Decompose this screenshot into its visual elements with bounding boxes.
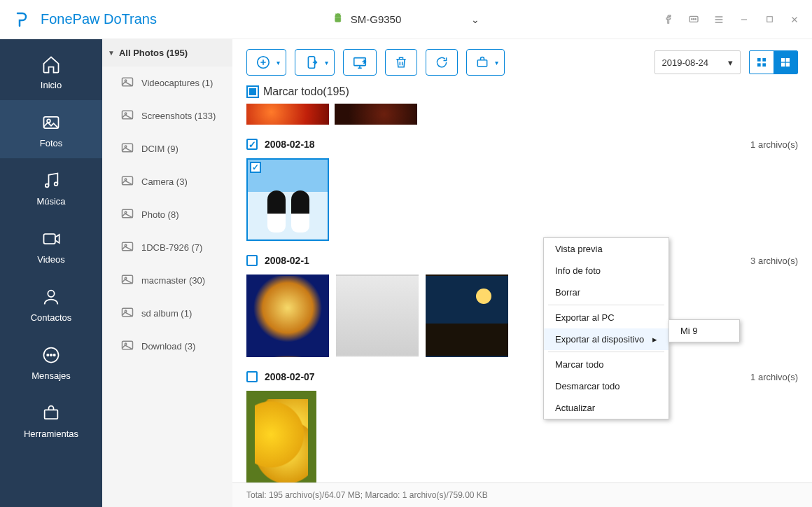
photo-thumb[interactable]: [246, 275, 329, 357]
picture-icon: [120, 141, 134, 157]
thumb-checkbox[interactable]: [250, 162, 261, 173]
grid-small-button[interactable]: [750, 51, 774, 74]
chevron-down-icon: ▾: [276, 59, 280, 67]
view-toggle: [749, 50, 798, 74]
group-count: 3 archivo(s): [750, 256, 798, 266]
menu-item-export-pc[interactable]: Exportar al PC: [544, 307, 668, 328]
menu-item-preview[interactable]: Vista previa: [544, 238, 668, 260]
group-checkbox[interactable]: [246, 371, 258, 382]
chevron-down-icon: ⌄: [471, 14, 479, 25]
picture-icon: [120, 305, 134, 321]
sidebar-item-contactos[interactable]: Contactos: [0, 275, 102, 333]
album-row[interactable]: sd album (1): [102, 297, 232, 330]
album-label: Camera (3): [141, 176, 188, 187]
svg-rect-45: [786, 63, 790, 67]
menu-item-export-device[interactable]: Exportar al dispositivo▸: [544, 328, 668, 350]
toolbar: ▾ ▾ ▾ 2019-08-24▾: [232, 39, 812, 85]
sidebar-item-videos[interactable]: Videos: [0, 216, 102, 275]
svg-rect-37: [477, 60, 486, 67]
minimize-button[interactable]: [738, 13, 750, 26]
menu-icon[interactable]: [713, 13, 725, 26]
svg-rect-44: [781, 63, 785, 67]
album-row[interactable]: Download (3): [102, 330, 232, 363]
photo-thumb[interactable]: [246, 391, 316, 482]
menu-item-unmark-all[interactable]: Desmarcar todo: [544, 375, 668, 397]
photo-thumb[interactable]: [426, 275, 508, 357]
album-label: 1DCB-7926 (7): [141, 242, 202, 253]
picture-icon: [120, 75, 134, 91]
album-row[interactable]: Photo (8): [102, 198, 232, 231]
grid-large-button[interactable]: [774, 51, 797, 74]
menu-separator: [548, 352, 664, 352]
mark-all-row[interactable]: Marcar todo(195): [246, 85, 798, 98]
sidebar-item-musica[interactable]: Música: [0, 158, 102, 216]
group-checkbox[interactable]: [246, 139, 258, 150]
album-row[interactable]: Camera (3): [102, 165, 232, 198]
facebook-icon[interactable]: [662, 13, 675, 26]
mark-all-label: Marcar todo(195): [263, 85, 349, 98]
albums-header-label: All Photos (195): [119, 48, 188, 58]
album-label: sd album (1): [141, 308, 192, 319]
photo-scroll[interactable]: Marcar todo(195) 2008-02-18 1 archivo(s): [232, 85, 812, 482]
preview-thumb[interactable]: [335, 104, 417, 125]
mark-all-checkbox[interactable]: [246, 85, 259, 98]
export-pc-button[interactable]: [343, 49, 377, 76]
device-selector[interactable]: SM-G9350 ⌄: [323, 8, 490, 30]
refresh-button[interactable]: [426, 49, 458, 76]
statusbar: Total: 195 archivo(s)/64.07 MB; Marcado:…: [232, 482, 812, 507]
menu-item-info[interactable]: Info de foto: [544, 260, 668, 282]
preview-thumb[interactable]: [246, 104, 329, 125]
svg-rect-15: [45, 410, 58, 419]
svg-point-7: [46, 184, 49, 188]
sidebar-item-herramientas[interactable]: Herramientas: [0, 391, 102, 449]
menu-item-refresh[interactable]: Actualizar: [544, 397, 668, 419]
photo-thumb[interactable]: [246, 158, 329, 241]
photo-thumb[interactable]: [336, 275, 419, 357]
menu-item-delete[interactable]: Borrar: [544, 282, 668, 303]
sidebar-label: Herramientas: [24, 429, 78, 439]
picture-icon: [120, 272, 134, 289]
add-button[interactable]: ▾: [246, 49, 286, 76]
group-date: 2008-02-18: [265, 139, 315, 150]
svg-rect-41: [762, 63, 766, 67]
toolbox-button[interactable]: ▾: [466, 49, 505, 76]
feedback-icon[interactable]: [687, 13, 700, 26]
export-device-button[interactable]: ▾: [295, 49, 335, 76]
picture-icon: [120, 174, 134, 190]
delete-button[interactable]: [385, 49, 417, 76]
sidebar-item-mensajes[interactable]: Mensajes: [0, 333, 102, 391]
group-count: 1 archivo(s): [750, 139, 798, 150]
svg-point-3: [695, 18, 696, 19]
albums-header[interactable]: ▼ All Photos (195): [102, 39, 232, 67]
date-filter[interactable]: 2019-08-24▾: [654, 50, 741, 74]
context-menu: Vista previa Info de foto Borrar Exporta…: [543, 237, 669, 419]
album-row[interactable]: 1DCB-7926 (7): [102, 231, 232, 264]
menu-item-mark-all[interactable]: Marcar todo: [544, 354, 668, 375]
album-label: DCIM (9): [141, 144, 178, 154]
titlebar: FonePaw DoTrans SM-G9350 ⌄: [0, 0, 812, 39]
svg-rect-4: [766, 17, 772, 22]
album-row[interactable]: Screenshots (133): [102, 99, 232, 132]
submenu-item-device[interactable]: Mi 9: [669, 320, 739, 342]
sidebar-item-fotos[interactable]: Fotos: [0, 100, 102, 158]
window-controls: [662, 13, 801, 26]
album-row[interactable]: Videocaptures (1): [102, 67, 232, 99]
app-logo-icon: [11, 10, 31, 29]
photo-group: 2008-02-18 1 archivo(s): [246, 139, 798, 241]
maximize-button[interactable]: [763, 13, 776, 26]
sidebar-item-inicio[interactable]: Inicio: [0, 42, 102, 100]
svg-rect-38: [757, 58, 761, 62]
content: ▾ ▾ ▾ 2019-08-24▾ Marcar todo(195): [232, 39, 812, 507]
album-row[interactable]: macmaster (30): [102, 264, 232, 297]
svg-rect-40: [757, 63, 761, 67]
svg-rect-43: [786, 58, 790, 62]
group-checkbox[interactable]: [246, 255, 258, 266]
sidebar-label: Contactos: [31, 312, 72, 323]
chevron-down-icon: ▾: [325, 59, 328, 67]
album-label: Photo (8): [141, 209, 178, 220]
app-title: FonePaw DoTrans: [41, 11, 157, 27]
album-row[interactable]: DCIM (9): [102, 132, 232, 165]
album-label: Screenshots (133): [141, 111, 216, 121]
picture-icon: [120, 338, 134, 354]
close-button[interactable]: [788, 13, 801, 26]
